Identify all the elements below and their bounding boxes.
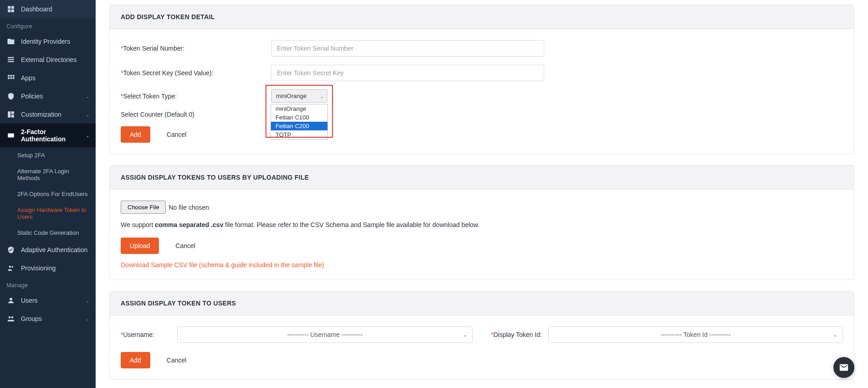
2fa-icon [6, 131, 15, 140]
sidebar-item-dashboard[interactable]: Dashboard [0, 0, 96, 18]
input-token-secret[interactable] [271, 65, 544, 81]
sidebar-section-configure: Configure [0, 18, 96, 32]
panel-assign-by-file: ASSIGN DISPLAY TOKENS TO USERS BY UPLOAD… [109, 165, 854, 280]
cancel-button[interactable]: Cancel [158, 352, 196, 368]
label-token-secret: *Token Secret Key (Seed Value): [121, 69, 271, 77]
customization-icon [6, 110, 15, 119]
svg-rect-0 [8, 6, 10, 9]
svg-rect-5 [8, 59, 14, 60]
support-text: We support comma separated .csv file for… [121, 221, 843, 228]
svg-rect-12 [13, 78, 15, 79]
sidebar-item-provisioning[interactable]: Provisioning [0, 259, 96, 277]
sidebar-item-label: Provisioning [21, 264, 56, 272]
svg-point-17 [9, 266, 11, 268]
chevron-down-icon: ⌄ [463, 332, 467, 337]
svg-rect-3 [11, 10, 14, 12]
label-token-type: *Select Token Type: [121, 93, 271, 100]
sidebar-item-label: Policies [21, 93, 43, 100]
sidebar-item-label: Users [21, 297, 38, 304]
shield-check-icon [6, 245, 15, 254]
sub-item-2fa-options[interactable]: 2FA Options For EndUsers [0, 186, 96, 202]
upload-button[interactable]: Upload [121, 238, 159, 254]
mail-icon [839, 362, 849, 372]
select-token-type[interactable]: miniOrange [271, 89, 327, 103]
svg-point-21 [11, 316, 14, 319]
dropdown-opt-feitian-c200[interactable]: Feitian C200 [271, 122, 327, 130]
chevron-down-icon: ⌄ [86, 112, 89, 117]
panel-title: ADD DISPLAY TOKEN DETAIL [110, 5, 854, 29]
cancel-button[interactable]: Cancel [158, 126, 196, 143]
sidebar-section-manage: Manage [0, 277, 96, 291]
svg-rect-13 [8, 111, 10, 118]
svg-rect-6 [8, 61, 14, 62]
svg-rect-16 [8, 134, 14, 138]
choose-file-button[interactable]: Choose File [121, 201, 166, 214]
svg-point-20 [9, 316, 11, 319]
svg-rect-2 [8, 10, 10, 12]
svg-point-19 [10, 298, 12, 300]
apps-icon [6, 73, 15, 83]
sub-item-alternate-2fa[interactable]: Alternate 2FA Login Methods [0, 163, 96, 186]
chevron-down-icon: ⌄ [86, 316, 89, 321]
groups-icon [6, 314, 15, 323]
sidebar-item-2fa[interactable]: 2-Factor Authentication ⌄ [0, 124, 96, 147]
sidebar-item-label: Identity Providers [21, 38, 70, 45]
svg-rect-7 [8, 75, 10, 77]
select-token-id[interactable]: ---------- Token Id ---------- ⌄ [548, 326, 843, 343]
svg-rect-11 [10, 78, 12, 79]
panel-title: ASSIGN DISPLAY TOKENS TO USERS BY UPLOAD… [110, 166, 854, 190]
dropdown-opt-totp[interactable]: TOTP [271, 130, 327, 139]
svg-rect-4 [8, 57, 14, 58]
cancel-button[interactable]: Cancel [166, 238, 204, 254]
chevron-down-icon: ⌄ [86, 298, 89, 303]
svg-rect-9 [13, 75, 15, 77]
sidebar-item-label: Apps [21, 74, 36, 82]
svg-point-18 [11, 266, 13, 268]
dropdown-opt-feitian-c100[interactable]: Feitian C100 [271, 113, 327, 122]
input-token-serial[interactable] [271, 40, 544, 57]
chat-fab[interactable] [833, 357, 854, 378]
sub-item-assign-hardware-token[interactable]: Assign Hardware Token to Users [0, 202, 96, 225]
sidebar-item-customization[interactable]: Customization ⌄ [0, 105, 96, 124]
sidebar-item-external-directories[interactable]: External Directories [0, 51, 96, 69]
sidebar-item-label: 2-Factor Authentication [21, 128, 86, 143]
sub-item-setup-2fa[interactable]: Setup 2FA [0, 147, 96, 163]
sidebar-item-label: Customization [21, 111, 61, 118]
panel-assign-to-users: ASSIGN DISPLAY TOKEN TO USERS *Username:… [109, 291, 854, 380]
sidebar-item-users[interactable]: Users ⌄ [0, 291, 96, 310]
chevron-down-icon: ⌄ [86, 94, 89, 99]
sidebar-item-label: Dashboard [21, 5, 52, 13]
sidebar-item-groups[interactable]: Groups ⌄ [0, 310, 96, 328]
svg-rect-10 [8, 78, 10, 79]
dropdown-opt-miniorange[interactable]: miniOrange [271, 104, 327, 113]
file-status-text: No file chosen [168, 204, 209, 211]
chevron-down-icon: ⌄ [833, 332, 837, 337]
sub-item-static-code[interactable]: Static Code Generation [0, 225, 96, 241]
sidebar: Dashboard Configure Identity Providers E… [0, 0, 96, 388]
user-icon [6, 296, 15, 305]
directories-icon [6, 55, 15, 64]
sidebar-item-adaptive-auth[interactable]: Adaptive Authentication [0, 241, 96, 259]
sidebar-item-identity-providers[interactable]: Identity Providers [0, 32, 96, 51]
sidebar-item-label: Adaptive Authentication [21, 246, 87, 253]
sidebar-item-apps[interactable]: Apps [0, 69, 96, 87]
chevron-down-icon: ⌄ [86, 133, 89, 138]
label-counter: Select Counter (Default 0) [121, 111, 271, 118]
panel-add-display-token: ADD DISPLAY TOKEN DETAIL *Token Serial N… [109, 5, 854, 154]
label-token-serial: *Token Serial Number: [121, 45, 271, 52]
select-username[interactable]: ---------- Username ---------- ⌄ [177, 326, 473, 343]
provisioning-icon [6, 264, 15, 273]
add-button[interactable]: Add [121, 126, 150, 143]
main-content: ADD DISPLAY TOKEN DETAIL *Token Serial N… [96, 0, 868, 388]
sidebar-item-label: External Directories [21, 56, 77, 63]
sidebar-item-policies[interactable]: Policies ⌄ [0, 87, 96, 105]
label-username: *Username: [121, 331, 171, 338]
idp-icon [6, 37, 15, 46]
add-button[interactable]: Add [121, 352, 150, 368]
dropdown-token-type: miniOrange Feitian C100 Feitian C200 TOT… [271, 104, 328, 140]
select-token-type-wrap: miniOrange ⌄ miniOrange Feitian C100 Fei… [271, 89, 327, 103]
svg-rect-15 [11, 115, 14, 118]
download-sample-link[interactable]: Download Sample CSV file (schema & guide… [121, 261, 324, 269]
panel-title: ASSIGN DISPLAY TOKEN TO USERS [110, 291, 854, 316]
policies-icon [6, 92, 15, 101]
